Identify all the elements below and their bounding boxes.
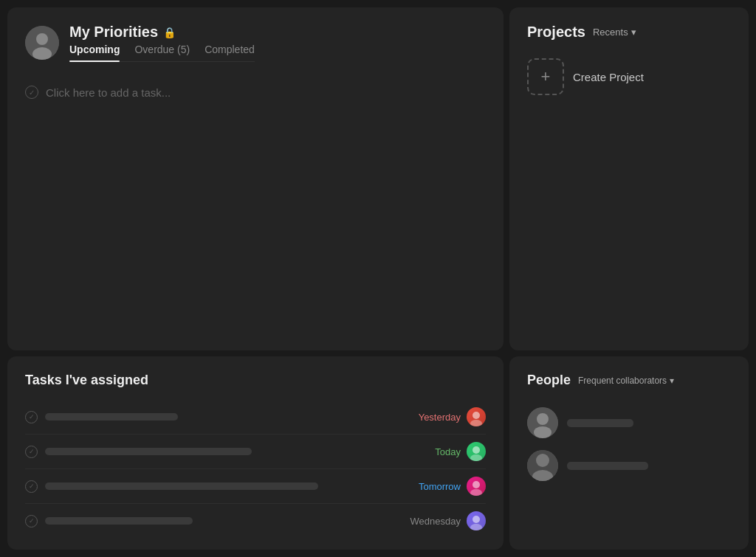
task-assignee-avatar (467, 477, 486, 496)
people-title: People (527, 373, 571, 388)
person-avatar (527, 407, 558, 438)
person-avatar (527, 450, 558, 481)
priorities-title-block: My Priorities 🔒 Upcoming Overdue (5) Com… (69, 24, 255, 62)
chevron-down-icon: ▾ (631, 27, 636, 38)
person-name-bar (567, 462, 648, 470)
tab-overdue[interactable]: Overdue (5) (134, 44, 190, 61)
table-row: Today (25, 435, 486, 469)
tasks-title: Tasks I've assigned (25, 373, 486, 388)
create-project-button[interactable]: + Create Project (527, 55, 731, 98)
tab-completed[interactable]: Completed (205, 44, 255, 61)
svg-point-5 (472, 446, 480, 454)
create-project-icon: + (527, 58, 564, 95)
tab-upcoming[interactable]: Upcoming (69, 44, 120, 61)
task-meta: Tomorrow (419, 477, 486, 496)
person-row (527, 401, 731, 444)
task-check-icon (25, 515, 38, 527)
table-row: Tomorrow (25, 469, 486, 504)
task-date: Yesterday (419, 412, 461, 423)
task-check-icon (25, 411, 38, 423)
table-row: Yesterday (25, 400, 486, 435)
task-check-icon (25, 446, 38, 458)
svg-point-3 (472, 412, 480, 419)
task-check-icon (25, 86, 38, 99)
priorities-title: My Priorities 🔒 (69, 24, 255, 41)
task-bar-wrap (45, 448, 427, 455)
svg-point-4 (470, 420, 482, 426)
task-date: Tomorrow (419, 481, 461, 492)
collaborators-dropdown-button[interactable]: Frequent collaborators ▾ (578, 376, 674, 386)
task-meta: Wednesday (410, 511, 486, 530)
task-bar (45, 448, 252, 455)
svg-point-12 (537, 413, 549, 425)
filter-label: Frequent collaborators (578, 376, 667, 386)
task-assignee-avatar (467, 407, 486, 426)
task-assignee-avatar (467, 511, 486, 530)
task-bar (45, 517, 193, 525)
lock-icon: 🔒 (163, 27, 176, 38)
user-avatar (25, 26, 59, 60)
svg-point-1 (36, 33, 48, 45)
table-row: Wednesday (25, 504, 486, 538)
task-check-icon (25, 480, 38, 493)
svg-point-6 (470, 454, 482, 461)
recents-dropdown-button[interactable]: Recents ▾ (593, 27, 636, 38)
task-date: Today (435, 446, 461, 457)
task-bar-wrap (45, 413, 411, 421)
svg-point-15 (536, 454, 549, 467)
task-meta: Today (435, 442, 486, 461)
tabs-bar: Upcoming Overdue (5) Completed (69, 44, 255, 62)
chevron-down-icon: ▾ (670, 376, 674, 386)
task-assignee-avatar (467, 442, 486, 461)
task-meta: Yesterday (419, 407, 486, 426)
people-panel: People Frequent collaborators ▾ (509, 356, 749, 550)
person-row (527, 444, 731, 487)
svg-point-9 (472, 516, 480, 523)
priorities-header: My Priorities 🔒 Upcoming Overdue (5) Com… (25, 24, 486, 62)
task-bar (45, 482, 318, 490)
add-task-label: Click here to add a task... (46, 86, 171, 99)
projects-header: Projects Recents ▾ (527, 24, 731, 41)
svg-point-10 (470, 524, 482, 530)
projects-title: Projects (527, 24, 585, 41)
task-bar (45, 413, 178, 421)
svg-point-8 (470, 489, 482, 496)
priorities-panel: My Priorities 🔒 Upcoming Overdue (5) Com… (7, 7, 504, 350)
svg-point-7 (472, 481, 480, 488)
tasks-panel: Tasks I've assigned Yesterday Today (7, 356, 504, 550)
person-name-bar (567, 419, 633, 427)
projects-panel: Projects Recents ▾ + Create Project (509, 7, 749, 350)
recents-label: Recents (593, 27, 628, 38)
task-bar-wrap (45, 482, 411, 490)
task-date: Wednesday (410, 516, 461, 527)
task-bar-wrap (45, 517, 403, 525)
svg-point-13 (534, 426, 551, 438)
title-text: My Priorities (69, 24, 158, 41)
main-grid: My Priorities 🔒 Upcoming Overdue (5) Com… (0, 0, 756, 557)
add-task-row[interactable]: Click here to add a task... (25, 72, 486, 106)
create-project-label: Create Project (573, 71, 644, 83)
people-header: People Frequent collaborators ▾ (527, 373, 731, 388)
